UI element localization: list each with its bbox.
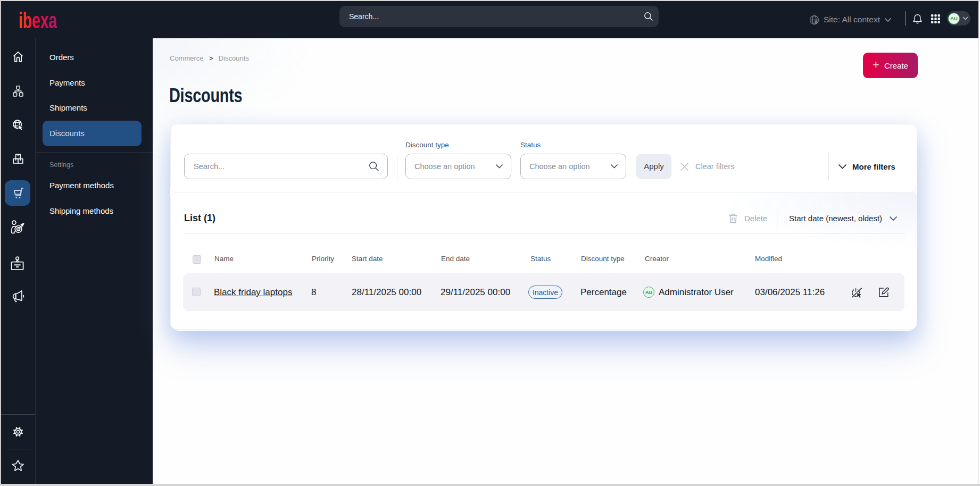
svg-text:ibexa: ibexa: [19, 9, 57, 29]
